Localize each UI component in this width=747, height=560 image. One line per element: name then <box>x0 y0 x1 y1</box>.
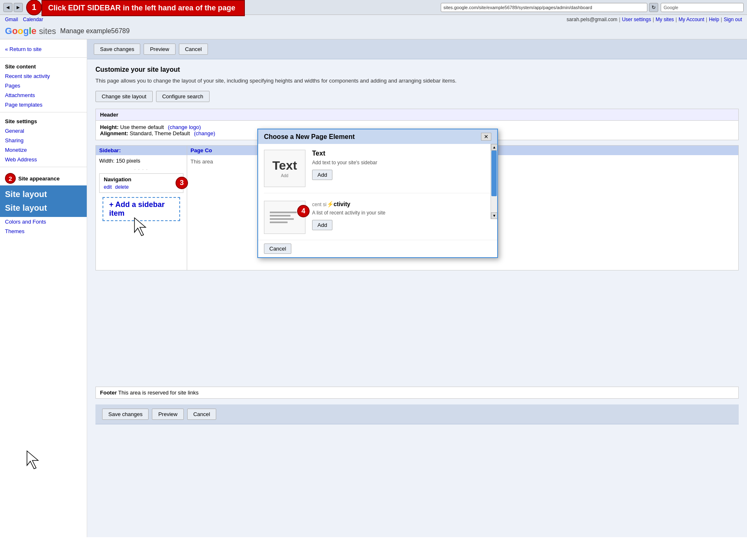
sidebar-width: Width: 150 pixels <box>99 158 183 164</box>
page-title: Customize your site layout <box>95 66 739 73</box>
sites-header: Gmail Calendar sarah.pels@gmail.com | Us… <box>0 15 747 39</box>
modal-footer: Cancel <box>258 240 497 257</box>
scroll-track <box>491 151 497 212</box>
header-section-header: Header <box>96 109 738 121</box>
modal-header: Choose a New Page Element ✕ <box>258 129 497 144</box>
site-appearance-section: 2 Site appearance Site layout <box>0 170 87 203</box>
nav-edit-links: edit delete <box>104 184 179 190</box>
activity-element-name: cent si⚡ctivity <box>312 201 491 207</box>
text-element-desc: Add text to your site's sidebar <box>312 160 491 166</box>
web-address-link[interactable]: Web Address <box>0 155 87 164</box>
add-sidebar-area: + Add a sidebar item <box>99 193 183 225</box>
return-to-site-link[interactable]: « Return to site <box>0 44 87 55</box>
reload-button[interactable]: ↻ <box>649 3 658 12</box>
step2-badge: 2 <box>5 173 16 184</box>
browser-search-box[interactable]: Google <box>661 3 744 12</box>
themes-link[interactable]: Themes <box>0 226 87 236</box>
modal-close-button[interactable]: ✕ <box>481 133 491 141</box>
activity-element-info: cent si⚡ctivity A list of recent activit… <box>312 201 491 230</box>
nav-edit-link[interactable]: edit <box>104 184 112 190</box>
site-appearance-header: 2 Site appearance <box>0 170 87 185</box>
footer-label: Footer <box>100 390 117 396</box>
divider-1 <box>0 57 87 58</box>
my-sites-link[interactable]: My sites <box>656 17 674 22</box>
page-templates-link[interactable]: Page templates <box>0 100 87 110</box>
back-button[interactable]: ◀ <box>3 3 12 12</box>
modal-body: Text Add Text Add text to your site's si… <box>258 144 497 240</box>
step3-badge: 3 <box>176 177 188 189</box>
modal-cancel-button[interactable]: Cancel <box>264 243 291 254</box>
gmail-link[interactable]: Gmail <box>5 17 18 22</box>
scroll-thumb <box>491 151 497 196</box>
main-layout: « Return to site Site content Recent sit… <box>0 39 747 537</box>
browser-nav-buttons: ◀ ▶ <box>3 3 23 12</box>
configure-search-button[interactable]: Configure search <box>156 91 210 102</box>
google-sites-logo: Google sites <box>5 26 56 37</box>
modal-title: Choose a New Page Element <box>264 133 355 141</box>
divider-2 <box>0 112 87 112</box>
change-alignment-link[interactable]: (change) <box>194 130 215 136</box>
change-logo-link[interactable]: (change logo) <box>168 124 201 130</box>
svg-marker-1 <box>134 218 146 236</box>
sign-out-link[interactable]: Sign out <box>724 17 742 22</box>
sidebar-column-header: Sidebar: <box>96 146 187 155</box>
bottom-action-bar: Save changes Preview Cancel <box>95 404 739 424</box>
site-settings-header: Site settings <box>0 115 87 126</box>
sidebar-column-body: Width: 150 pixels · · · · Navigation edi… <box>96 155 187 228</box>
sidebar-dots: · · · · <box>99 167 183 172</box>
user-email: sarah.pels@gmail.com <box>566 17 617 22</box>
calendar-link[interactable]: Calendar <box>23 17 43 22</box>
scroll-up-arrow[interactable]: ▲ <box>491 144 497 151</box>
activity-add-button[interactable]: Add <box>312 220 332 230</box>
height-label: Height: <box>100 124 119 130</box>
navigation-title: Navigation <box>104 176 179 183</box>
colors-fonts-link[interactable]: Colors and Fonts <box>0 217 87 226</box>
recent-activity-link[interactable]: Recent site activity <box>0 71 87 81</box>
attachments-link[interactable]: Attachments <box>0 90 87 100</box>
site-layout-link[interactable]: Site layout <box>0 185 87 203</box>
left-sidebar: « Return to site Site content Recent sit… <box>0 39 87 537</box>
step1-badge: 1 <box>26 0 42 15</box>
content-description: This page allows you to change the layou… <box>95 77 739 85</box>
cursor-indicator-3 <box>132 216 149 238</box>
text-element-info: Text Add text to your site's sidebar Add <box>312 150 491 180</box>
navigation-box: Navigation edit delete 3 <box>99 173 183 193</box>
scroll-down-arrow[interactable]: ▼ <box>491 212 497 219</box>
top-action-bar: Save changes Preview Cancel <box>87 39 747 59</box>
bottom-cancel-button[interactable]: Cancel <box>187 409 216 420</box>
forward-button[interactable]: ▶ <box>14 3 23 12</box>
instruction-box: Click EDIT SIDEBAR in the left hand area… <box>42 0 245 16</box>
text-element-preview: Text Add <box>264 150 305 187</box>
bottom-preview-button[interactable]: Preview <box>152 409 183 420</box>
my-account-link[interactable]: My Account <box>679 17 704 22</box>
browser-chrome: ◀ ▶ 1 Click EDIT SIDEBAR in the left han… <box>0 0 747 15</box>
text-add-button[interactable]: Add <box>312 170 332 180</box>
monetize-link[interactable]: Monetize <box>0 145 87 155</box>
activity-element-item: 4 cent si⚡ctivity A list of recent activ… <box>264 201 491 234</box>
general-link[interactable]: General <box>0 126 87 136</box>
nav-delete-link[interactable]: delete <box>115 184 129 190</box>
text-element-item: Text Add Text Add text to your site's si… <box>264 150 491 193</box>
activity-element-desc: A list of recent activity in your site <box>312 210 491 216</box>
top-save-changes-button[interactable]: Save changes <box>94 44 140 55</box>
top-preview-button[interactable]: Preview <box>144 44 175 55</box>
svg-marker-0 <box>27 451 38 469</box>
top-cancel-button[interactable]: Cancel <box>179 44 208 55</box>
site-name: Manage example56789 <box>60 27 129 35</box>
sharing-link[interactable]: Sharing <box>0 136 87 145</box>
user-settings-link[interactable]: User settings <box>622 17 651 22</box>
change-site-layout-button[interactable]: Change site layout <box>95 91 153 102</box>
pages-link[interactable]: Pages <box>0 81 87 90</box>
alignment-label: Alignment: <box>100 130 128 136</box>
layout-buttons: Change site layout Configure search <box>95 91 739 102</box>
text-element-name: Text <box>312 150 491 157</box>
modal-scrollbar: ▲ ▼ <box>491 144 497 219</box>
text-preview-large: Text <box>272 159 297 172</box>
cursor-indicator-2 <box>25 449 42 471</box>
text-preview-small: Add <box>281 173 288 178</box>
help-link[interactable]: Help <box>709 17 719 22</box>
bottom-save-changes-button[interactable]: Save changes <box>102 409 149 420</box>
modal-dialog: Choose a New Page Element ✕ Text Add Tex… <box>257 129 498 258</box>
sidebar-column: Sidebar: Width: 150 pixels · · · · Navig… <box>96 146 187 270</box>
address-bar[interactable]: sites.google.com/site/example56789/syste… <box>441 3 648 12</box>
